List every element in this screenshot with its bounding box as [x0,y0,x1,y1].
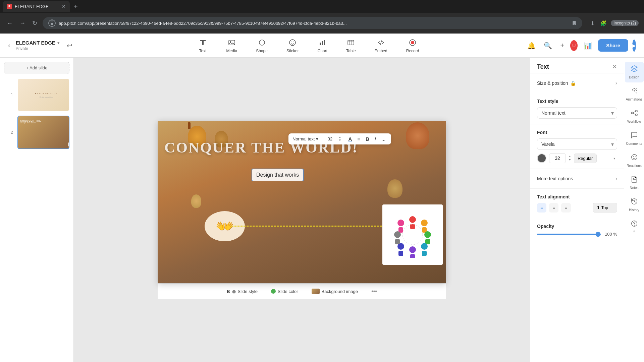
svg-point-7 [289,40,296,46]
font-size-spinners-panel[interactable]: ▲ ▼ [569,155,571,161]
back-nav-button[interactable]: ← [5,18,14,28]
tool-media[interactable]: Media [222,35,241,56]
project-privacy: Private [16,46,59,51]
more-text-options-row[interactable]: More text options › [537,174,617,183]
sidebar-item-animations[interactable]: Animations [625,84,644,105]
slide-1-thumbnail[interactable]: ELEGANT EDGE Design presentation [17,78,69,112]
slide-1-container: 1 ELEGANT EDGE Design presentation [4,78,69,112]
balloon-4 [387,179,402,198]
search-button[interactable]: 🔍 [542,40,554,52]
sidebar-item-history[interactable]: History [625,194,644,215]
back-button[interactable]: ‹ [8,42,10,49]
tool-text[interactable]: Text [194,35,212,56]
analytics-button[interactable]: 📊 [582,40,594,52]
slide-2-container: 2 CONQUER THE Design that works ⚙ [4,116,69,149]
slide-style-item[interactable]: B ⬤ Slide style [224,288,260,295]
record-icon [408,38,417,47]
undo-button[interactable]: ↩ [65,40,74,52]
bg-preview [312,289,320,294]
user-avatar[interactable]: U [570,40,578,51]
opacity-section: Opacity 100 % [530,218,624,242]
extensions-button[interactable]: 🧩 [599,19,608,28]
notification-button[interactable]: 🔔 [525,40,538,52]
text-style-select[interactable]: Normal text [537,107,617,119]
add-button[interactable]: + [558,40,566,51]
incognito-badge: Incognito (2) [611,20,639,26]
divider-1 [321,135,321,142]
tool-shape[interactable]: Shape [252,35,272,56]
slide-2-thumbnail[interactable]: CONQUER THE Design that works ⚙ [17,116,69,149]
dropdown-arrow[interactable]: ▾ [57,41,59,45]
tool-embed[interactable]: Embed [371,35,391,56]
tool-shape-label: Shape [256,49,268,53]
size-position-row[interactable]: Size & position 🔒 › [537,79,617,87]
svg-rect-3 [202,40,204,45]
align-center-button[interactable]: ≡ [549,203,558,213]
help-icon [631,220,638,229]
text-style-dropdown[interactable]: Normal text ▾ [292,136,318,141]
bold-btn[interactable]: B [364,135,371,142]
svg-point-42 [631,155,637,160]
reactions-icon [631,154,638,163]
canvas-area: Normal text ▾ ▲ ▼ A ≡ B I ... [74,58,530,362]
more-format-btn[interactable]: ... [380,135,387,142]
sidebar-item-help[interactable]: ? [625,217,644,237]
font-select[interactable]: Varela [537,138,617,150]
far-right-sidebar: Design Animations Workflow [624,58,644,362]
italic-btn[interactable]: I [373,135,377,142]
text-format-bar: Normal text ▾ ▲ ▼ A ≡ B I ... [288,133,391,144]
share-button[interactable]: Share [598,39,628,52]
new-tab-button[interactable]: + [71,3,80,10]
sidebar-design-label: Design [629,75,639,79]
svg-point-23 [421,220,428,226]
svg-point-27 [421,243,428,250]
font-color-swatch[interactable] [537,154,546,163]
font-size-input[interactable] [324,136,336,141]
add-slide-label: + Add slide [26,65,48,70]
sidebar-item-comments[interactable]: Comments [625,128,644,149]
right-panel-close-button[interactable]: ✕ [612,63,617,70]
svg-point-36 [634,90,635,92]
add-slide-button[interactable]: + Add slide [4,62,69,74]
slide-text-box[interactable]: Design that works [252,169,304,181]
active-tab[interactable]: P ELEGANT EDGE ✕ [3,1,70,12]
sidebar-item-notes[interactable]: Notes [625,172,644,193]
sidebar-item-workflow[interactable]: Workflow [625,106,644,127]
tool-table[interactable]: Table [342,35,360,56]
sidebar-reactions-label: Reactions [627,164,641,168]
forward-nav-button[interactable]: → [18,18,27,28]
sidebar-item-design[interactable]: Design [625,62,644,82]
shape-icon [257,38,267,47]
address-bar[interactable]: app.pitch.com/app/presentation/58f67c22-… [43,17,582,29]
svg-rect-30 [410,254,415,258]
play-button[interactable]: ▶ [632,40,636,52]
vertical-align-select[interactable]: ⬆ Top ⬛ Mid ⬇ Bot [593,203,617,213]
reload-button[interactable]: ↻ [31,18,39,28]
download-button[interactable]: ⬇ [589,19,596,28]
align-left-button[interactable]: ≡ [537,203,546,213]
align-btn-format[interactable]: ≡ [356,135,362,142]
tool-record[interactable]: Record [402,35,423,56]
tool-sticker[interactable]: Sticker [282,35,303,56]
text-alignment-section: Text alignment ≡ ≡ ≡ ⬆ Top ⬛ Mid ⬇ Bot [530,189,624,218]
slide-2-preview: CONQUER THE Design that works ⚙ [18,116,69,148]
right-panel: Text ✕ Size & position 🔒 › Text style [530,58,624,362]
svg-point-43 [633,156,634,157]
text-color-btn[interactable]: A [347,135,353,142]
svg-point-25 [424,231,431,238]
font-weight-select[interactable]: Regular Bold [574,154,597,163]
sidebar-help-label: ? [633,230,635,234]
dashed-arrow[interactable] [231,224,396,229]
sidebar-item-reactions[interactable]: Reactions [625,150,644,171]
align-right-button[interactable]: ≡ [561,203,571,213]
text-icon [198,38,208,47]
bottom-more-button[interactable]: ••• [369,287,380,296]
background-image-item[interactable]: Background image [309,287,361,295]
font-size-spinners[interactable]: ▲ ▼ [338,136,341,142]
tool-chart[interactable]: Chart [314,35,331,56]
opacity-slider[interactable] [537,234,601,235]
svg-point-17 [411,41,414,44]
slide-color-item[interactable]: Slide color [268,288,301,295]
font-size-field[interactable] [549,153,566,163]
tab-close-button[interactable]: ✕ [62,4,66,9]
